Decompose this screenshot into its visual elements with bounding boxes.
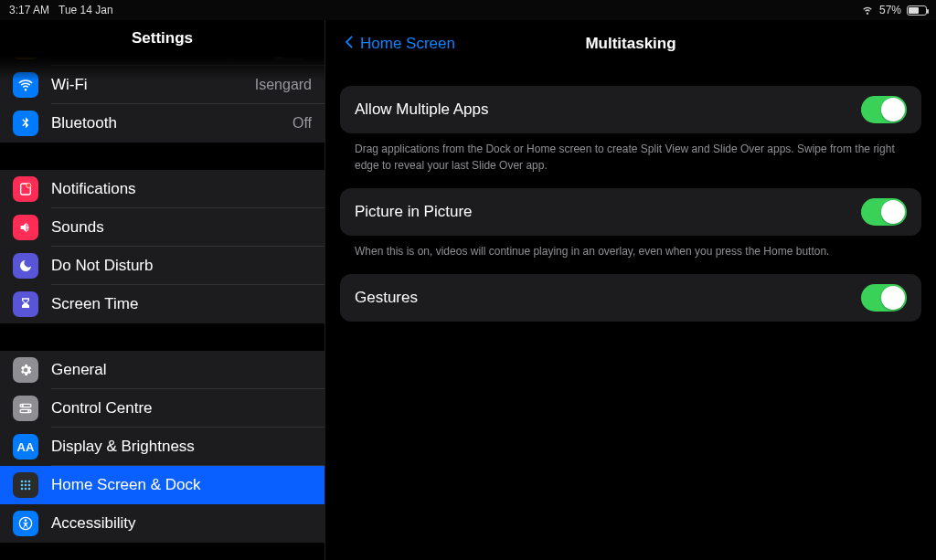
svg-point-16 xyxy=(25,519,27,522)
toggles-icon xyxy=(13,396,38,421)
sidebar-item-label: Home Screen & Dock xyxy=(51,476,312,494)
sidebar-item-label: Bluetooth xyxy=(51,114,285,132)
detail-pane: Home Screen Multitasking Allow Multiple … xyxy=(325,20,936,560)
setting-label: Gestures xyxy=(355,289,418,307)
setting-row-allow-apps[interactable]: Allow Multiple Apps xyxy=(340,86,921,133)
text-size-icon: AA xyxy=(13,434,38,460)
svg-point-6 xyxy=(21,481,24,483)
svg-point-14 xyxy=(28,488,31,491)
svg-point-1 xyxy=(27,183,31,187)
back-button[interactable]: Home Screen xyxy=(340,33,455,56)
sidebar-item-label: Notifications xyxy=(51,180,312,198)
sidebar-item-display[interactable]: AA Display & Brightness xyxy=(0,428,324,466)
wifi-settings-icon xyxy=(13,72,38,98)
sidebar-group-general: General Control Centre AA Display & Brig… xyxy=(0,351,324,543)
detail-header: Home Screen Multitasking xyxy=(325,20,936,68)
accessibility-icon xyxy=(13,511,38,536)
setting-row-pip[interactable]: Picture in Picture xyxy=(340,188,921,236)
sidebar-group-connectivity: Airplane Mode Wi-Fi Isengard xyxy=(0,57,324,143)
svg-point-8 xyxy=(28,481,31,483)
svg-point-12 xyxy=(21,488,24,491)
wifi-icon xyxy=(861,3,874,18)
back-label: Home Screen xyxy=(360,35,455,53)
setting-card-allow-apps: Allow Multiple Apps xyxy=(340,86,921,133)
sidebar-item-notifications[interactable]: Notifications xyxy=(0,170,324,208)
svg-point-5 xyxy=(27,410,29,412)
svg-point-9 xyxy=(21,484,24,487)
setting-card-gestures: Gestures xyxy=(340,274,921,322)
svg-point-10 xyxy=(25,484,27,487)
allow-apps-footnote: Drag applications from the Dock or Home … xyxy=(340,133,921,174)
grid-icon xyxy=(13,472,38,498)
sidebar-item-home-dock[interactable]: Home Screen & Dock xyxy=(0,466,324,504)
setting-row-gestures[interactable]: Gestures xyxy=(340,274,921,322)
chevron-left-icon xyxy=(340,33,358,56)
sidebar-item-bluetooth[interactable]: Bluetooth Off xyxy=(0,104,324,143)
status-bar: 3:17 AM Tue 14 Jan 57% xyxy=(0,0,936,20)
allow-apps-toggle[interactable] xyxy=(861,96,907,123)
sidebar-group-notifications: Notifications Sounds Do xyxy=(0,170,324,323)
battery-icon xyxy=(907,5,927,16)
sidebar-item-label: Wi-Fi xyxy=(51,76,248,94)
sidebar-item-general[interactable]: General xyxy=(0,351,324,389)
pip-footnote: When this is on, videos will continue pl… xyxy=(340,236,921,259)
svg-point-13 xyxy=(25,488,27,491)
bluetooth-value: Off xyxy=(292,115,312,132)
sidebar-item-label: General xyxy=(51,361,312,379)
sidebar-item-label: Control Centre xyxy=(51,399,312,417)
sounds-icon xyxy=(13,215,38,240)
pip-toggle[interactable] xyxy=(861,198,907,226)
svg-point-7 xyxy=(25,481,27,483)
gear-icon xyxy=(13,357,38,383)
sidebar-item-screentime[interactable]: Screen Time xyxy=(0,285,324,323)
battery-pct: 57% xyxy=(879,4,901,16)
setting-label: Allow Multiple Apps xyxy=(355,100,488,119)
sidebar-title: Settings xyxy=(0,20,324,57)
svg-point-3 xyxy=(21,405,23,407)
sidebar-item-accessibility[interactable]: Accessibility xyxy=(0,504,324,543)
sidebar-item-label: Screen Time xyxy=(51,295,312,313)
sidebar-item-wifi[interactable]: Wi-Fi Isengard xyxy=(0,66,324,104)
svg-point-11 xyxy=(28,484,31,487)
sidebar-item-dnd[interactable]: Do Not Disturb xyxy=(0,247,324,285)
airplane-icon xyxy=(13,57,38,59)
sidebar-item-control-centre[interactable]: Control Centre xyxy=(0,389,324,428)
gestures-toggle[interactable] xyxy=(861,284,907,312)
status-date: Tue 14 Jan xyxy=(58,4,113,16)
hourglass-icon xyxy=(13,291,38,317)
sidebar-item-label: Accessibility xyxy=(51,514,312,533)
sidebar-item-sounds[interactable]: Sounds xyxy=(0,208,324,247)
sidebar-item-airplane[interactable]: Airplane Mode xyxy=(0,57,324,66)
setting-label: Picture in Picture xyxy=(355,203,473,221)
settings-sidebar: Settings Airplane Mode xyxy=(0,20,325,560)
airplane-toggle[interactable] xyxy=(266,57,312,60)
sidebar-item-label: Do Not Disturb xyxy=(51,257,312,275)
wifi-value: Isengard xyxy=(255,77,312,93)
setting-card-pip: Picture in Picture xyxy=(340,188,921,236)
status-time: 3:17 AM xyxy=(9,4,49,16)
notifications-icon xyxy=(13,176,38,202)
bluetooth-icon xyxy=(13,111,38,136)
sidebar-item-label: Display & Brightness xyxy=(51,438,312,456)
moon-icon xyxy=(13,253,38,279)
sidebar-item-label: Sounds xyxy=(51,218,312,237)
